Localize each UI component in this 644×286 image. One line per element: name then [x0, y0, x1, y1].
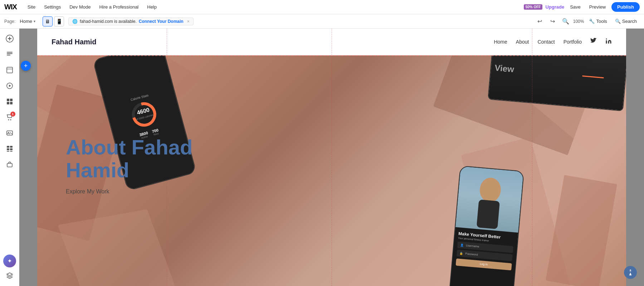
domain-bar: 🌐 fahad-hamid.com is available. Connect … [68, 18, 194, 25]
tablet-accent-line [582, 75, 604, 78]
sidebar-pages[interactable] [3, 47, 17, 61]
nav-help[interactable]: Help [143, 3, 160, 11]
top-nav: Site Settings Dev Mode Hire a Profession… [24, 3, 160, 11]
accessibility-button[interactable] [624, 266, 637, 279]
domain-icon: 🌐 [72, 19, 78, 24]
svg-rect-19 [10, 146, 13, 148]
svg-rect-12 [7, 102, 9, 104]
sidebar-bag[interactable] [3, 157, 17, 172]
svg-rect-11 [10, 99, 13, 101]
second-bar-right: ↩ ↪ 🔍 100% 🔧 Tools 🔍 Search [535, 16, 640, 27]
phone-fitness-mockup: Make Yourself Better Your personal fitne… [449, 166, 525, 286]
page-name: Home [20, 19, 32, 24]
nav-contact[interactable]: Contact [537, 39, 555, 45]
svg-point-14 [8, 119, 9, 120]
svg-rect-31 [477, 199, 500, 229]
domain-text: fahad-hamid.com is available. [80, 19, 137, 24]
canvas-area[interactable]: + Fahad Hamid Home About Contact Portfol… [19, 29, 644, 286]
svg-rect-18 [7, 146, 9, 148]
top-menu-bar: WIX Site Settings Dev Mode Hire a Profes… [0, 0, 644, 14]
svg-rect-16 [7, 131, 13, 135]
hero-title: About Fahad Hamid [66, 136, 245, 182]
nav-hire[interactable]: Hire a Professional [96, 3, 142, 11]
svg-rect-24 [7, 163, 12, 167]
sidebar-grid[interactable] [3, 142, 17, 156]
svg-rect-4 [7, 53, 13, 54]
svg-rect-23 [10, 151, 13, 152]
zoom-button[interactable]: 🔍 [560, 16, 571, 27]
search-icon: 🔍 [615, 19, 621, 24]
top-bar-right: 50% OFF Upgrade Save Preview Publish [524, 2, 640, 12]
add-element-canvas-button[interactable]: + [21, 61, 31, 71]
device-switcher: 🖥 📱 [43, 16, 64, 26]
wix-logo: WIX [4, 3, 17, 11]
svg-rect-22 [7, 151, 9, 152]
sidebar-bottom: ✦ [3, 255, 17, 283]
lock-icon: 🔒 [459, 252, 463, 255]
guide-mid [332, 29, 332, 286]
chevron-down-icon: ▾ [34, 19, 35, 23]
login-button-text: Log In [480, 262, 488, 266]
site-logo: Fahad Hamid [52, 38, 97, 46]
phone-frame-2: Make Yourself Better Your personal fitne… [449, 166, 525, 286]
svg-rect-21 [10, 148, 13, 150]
save-button[interactable]: Save [567, 3, 584, 11]
sidebar-apps[interactable] [3, 94, 17, 109]
sidebar-add-elements[interactable] [3, 31, 17, 46]
hero-content: About Fahad Hamid Explore My Work [37, 122, 273, 220]
zoom-level: 100% [573, 19, 584, 24]
desktop-view-button[interactable]: 🖥 [43, 16, 53, 26]
sidebar-image[interactable] [3, 126, 17, 140]
page-label: Page: [4, 19, 15, 24]
sidebar-store[interactable]: 1 [3, 110, 17, 124]
page-selector[interactable]: Home ▾ [20, 19, 35, 24]
wix-logo-text: WIX [4, 3, 17, 11]
svg-rect-10 [7, 99, 9, 101]
publish-button[interactable]: Publish [611, 2, 640, 12]
svg-rect-20 [7, 148, 9, 150]
svg-marker-9 [9, 85, 11, 87]
second-toolbar: Page: Home ▾ 🖥 📱 🌐 fahad-hamid.com is av… [0, 14, 644, 29]
svg-rect-3 [7, 52, 13, 53]
section-boundary-top [37, 55, 626, 56]
website-canvas: Fahad Hamid Home About Contact Portfolio [37, 29, 626, 286]
sidebar-badge: 1 [10, 112, 15, 117]
discount-badge: 50% OFF [524, 4, 543, 10]
tools-button[interactable]: 🔧 Tools [586, 17, 610, 25]
ai-assistant-button[interactable]: ✦ [3, 255, 16, 267]
svg-point-15 [10, 119, 11, 120]
nav-portfolio[interactable]: Portfolio [564, 39, 582, 45]
layers-button[interactable] [3, 269, 17, 283]
tools-icon: 🔧 [589, 19, 595, 24]
nav-devmode[interactable]: Dev Mode [66, 3, 94, 11]
preview-button[interactable]: Preview [586, 3, 609, 11]
twitter-icon[interactable] [590, 38, 597, 46]
search-button[interactable]: 🔍 Search [612, 17, 640, 25]
svg-text:4600: 4600 [136, 107, 150, 116]
tablet-text: View [494, 63, 514, 75]
close-domain-button[interactable]: × [187, 19, 190, 24]
redo-button[interactable]: ↪ [547, 16, 558, 27]
svg-rect-13 [10, 102, 13, 104]
main-layout: 1 ✦ [0, 29, 644, 286]
upgrade-link[interactable]: Upgrade [545, 4, 564, 10]
svg-point-25 [606, 39, 607, 40]
undo-button[interactable]: ↩ [535, 16, 545, 27]
sidebar-media[interactable] [3, 79, 17, 93]
svg-rect-5 [7, 55, 10, 55]
user-icon: 👤 [460, 243, 464, 247]
nav-home[interactable]: Home [494, 39, 507, 45]
sidebar-cms[interactable] [3, 63, 17, 77]
nav-settings[interactable]: Settings [40, 3, 64, 11]
svg-point-33 [630, 270, 631, 271]
site-nav: Home About Contact Portfolio [494, 38, 612, 46]
left-sidebar: 1 ✦ [0, 29, 19, 286]
guide-right [532, 29, 532, 286]
nav-about[interactable]: About [516, 39, 529, 45]
nav-site[interactable]: Site [24, 3, 39, 11]
connect-domain-link[interactable]: Connect Your Domain [139, 19, 184, 24]
svg-rect-6 [7, 67, 13, 73]
mobile-view-button[interactable]: 📱 [54, 16, 64, 26]
linkedin-icon[interactable] [605, 38, 612, 46]
hero-subtitle: Explore My Work [66, 188, 245, 195]
